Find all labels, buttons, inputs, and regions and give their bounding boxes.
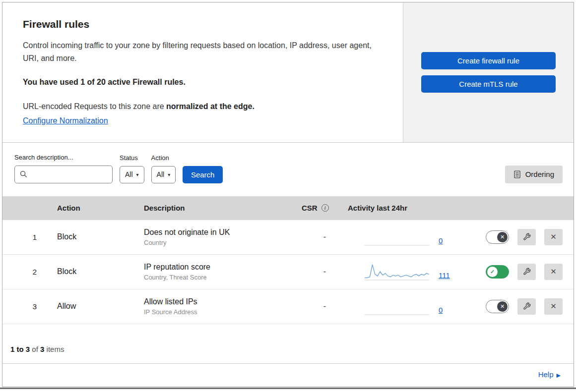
column-header-activity: Activity last 24hr	[348, 204, 469, 212]
chevron-down-icon: ▾	[136, 172, 139, 177]
status-select[interactable]: All ▾	[120, 166, 144, 183]
activity-sparkline	[365, 263, 429, 280]
close-icon: ✕	[550, 302, 557, 311]
toggle-knob: ✕✓	[487, 267, 498, 277]
pagination-range: 1 to 3	[10, 345, 30, 353]
table-row: 1 Block Does not originate in UK Country…	[2, 220, 574, 255]
action-label: Action	[151, 154, 176, 162]
pagination-of: of	[30, 345, 40, 353]
window-bottom-edge	[0, 388, 576, 389]
rule-description: IP reputation score	[144, 263, 302, 272]
activity-count-link[interactable]: 0	[439, 306, 443, 314]
rule-action: Block	[57, 232, 144, 241]
toggle-off-icon: ✕	[500, 234, 505, 240]
search-button[interactable]: Search	[183, 166, 223, 183]
rule-description-cell: Allow listed IPs IP Source Address	[144, 297, 302, 316]
toggle-knob: ✕✓	[497, 301, 508, 312]
create-mtls-rule-button[interactable]: Create mTLS rule	[421, 75, 556, 93]
rule-action: Allow	[57, 302, 144, 311]
rule-enabled-toggle[interactable]: ✕✓	[486, 230, 509, 244]
toggle-off-icon: ✕	[500, 303, 505, 309]
rule-enabled-toggle[interactable]: ✕✓	[486, 300, 509, 313]
rule-activity-cell: 111	[348, 263, 469, 280]
configure-normalization-link[interactable]: Configure Normalization	[23, 116, 108, 125]
rule-csr-value: -	[302, 232, 348, 241]
wrench-icon	[523, 233, 531, 241]
delete-rule-button[interactable]: ✕	[544, 229, 563, 245]
page-title: Firewall rules	[23, 18, 383, 30]
wrench-icon	[523, 302, 531, 310]
help-row: Help▶	[2, 363, 574, 387]
activity-count-link[interactable]: 0	[439, 236, 443, 245]
help-label: Help	[538, 370, 554, 379]
rule-controls: ✕✓ ✕	[469, 229, 574, 245]
search-field-group: Search description...	[14, 154, 113, 183]
rule-activity-cell: 0	[348, 297, 469, 315]
top-panel: Firewall rules Control incoming traffic …	[2, 2, 574, 143]
intro-section: Firewall rules Control incoming traffic …	[2, 2, 403, 142]
edit-rule-button[interactable]	[517, 298, 536, 315]
status-label: Status	[120, 154, 144, 162]
rule-priority: 3	[2, 302, 57, 311]
action-filter-group: Action All ▾	[151, 154, 176, 183]
create-firewall-rule-button[interactable]: Create firewall rule	[421, 52, 556, 69]
rule-csr-value: -	[302, 267, 348, 276]
search-input[interactable]	[31, 170, 107, 179]
activity-count-link[interactable]: 111	[439, 271, 450, 280]
normalization-bold: normalized at the edge.	[166, 102, 255, 111]
rule-enabled-toggle[interactable]: ✕✓	[486, 265, 509, 279]
help-arrow-icon: ▶	[557, 372, 561, 378]
rule-priority: 1	[2, 233, 57, 241]
normalization-note: URL-encoded Requests to this zone are no…	[23, 101, 383, 112]
delete-rule-button[interactable]: ✕	[544, 264, 563, 280]
rule-action: Block	[57, 267, 144, 276]
activity-sparkline	[365, 228, 429, 246]
rule-priority: 2	[2, 268, 57, 276]
ordering-button[interactable]: Ordering	[505, 166, 563, 183]
toggle-on-icon: ✓	[490, 269, 495, 275]
info-icon[interactable]: i	[321, 204, 329, 212]
table-header: Action Description CSR i Activity last 2…	[2, 196, 574, 220]
table-row: 3 Allow Allow listed IPs IP Source Addre…	[2, 289, 574, 324]
rule-description: Allow listed IPs	[144, 297, 302, 306]
status-filter-group: Status All ▾	[120, 154, 144, 183]
edit-rule-button[interactable]	[517, 264, 536, 280]
activity-sparkline	[365, 297, 429, 315]
rule-activity-cell: 0	[348, 228, 469, 246]
ordering-button-label: Ordering	[525, 170, 554, 178]
pagination-items-label: items	[44, 345, 64, 353]
edit-rule-button[interactable]	[517, 229, 536, 245]
column-header-action: Action	[57, 204, 144, 212]
close-icon: ✕	[550, 232, 557, 241]
rule-fields: Country, Threat Score	[144, 274, 302, 281]
page-description: Control incoming traffic to your zone by…	[23, 39, 383, 65]
search-label: Search description...	[14, 154, 113, 161]
close-icon: ✕	[550, 267, 557, 276]
help-link[interactable]: Help▶	[538, 370, 561, 379]
ordering-icon	[513, 170, 521, 178]
action-select[interactable]: All ▾	[151, 166, 176, 183]
rule-description-cell: Does not originate in UK Country	[144, 228, 302, 246]
table-row: 2 Block IP reputation score Country, Thr…	[2, 255, 574, 289]
csr-header-label: CSR	[302, 204, 318, 212]
action-select-value: All	[157, 170, 165, 178]
chevron-down-icon: ▾	[168, 172, 170, 177]
rule-fields: Country	[144, 239, 302, 246]
delete-rule-button[interactable]: ✕	[544, 298, 563, 315]
wrench-icon	[523, 268, 531, 276]
rule-controls: ✕✓ ✕	[469, 264, 574, 280]
search-icon	[20, 170, 27, 178]
rules-table: Action Description CSR i Activity last 2…	[2, 196, 574, 324]
rule-description-cell: IP reputation score Country, Threat Scor…	[144, 263, 302, 281]
normalization-text: URL-encoded Requests to this zone are	[23, 102, 166, 111]
status-select-value: All	[125, 170, 133, 178]
column-header-description: Description	[144, 204, 302, 212]
toggle-knob: ✕✓	[497, 232, 508, 242]
rule-fields: IP Source Address	[144, 308, 302, 316]
column-header-csr: CSR i	[302, 204, 348, 212]
firewall-rules-page: Firewall rules Control incoming traffic …	[2, 2, 574, 387]
search-box	[14, 166, 113, 183]
filter-toolbar: Search description... Status All ▾ Actio…	[2, 143, 574, 196]
pagination-summary: 1 to 3 of 3 items	[2, 324, 574, 363]
rule-description: Does not originate in UK	[144, 228, 302, 237]
